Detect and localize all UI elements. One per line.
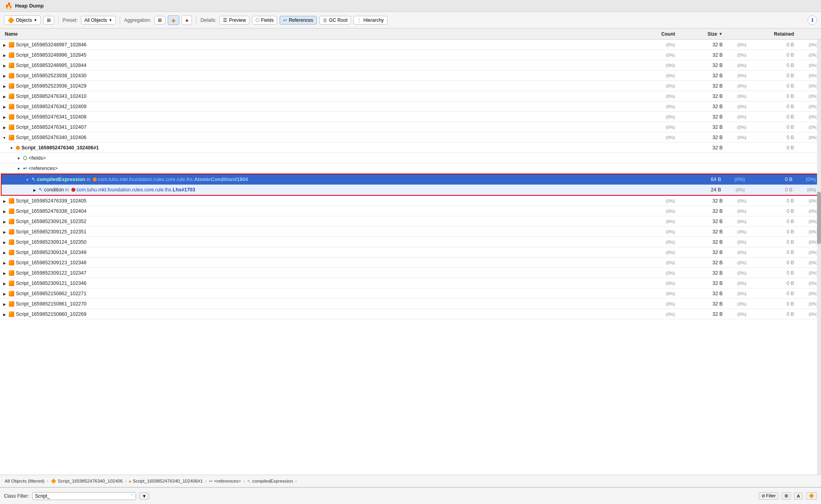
size-val: 32 B [678,104,726,109]
table-row[interactable]: Script_1659852309124_102350 (0%) 32 B (0… [0,237,821,247]
count-val: (0%) [639,83,678,89]
expand-icon[interactable] [2,124,7,130]
breadcrumb-item[interactable]: <references> [214,479,241,483]
table-row[interactable]: Script_1659852309125_102351 (0%) 32 B (0… [0,227,821,237]
expand-icon[interactable] [2,229,7,235]
expand-icon[interactable] [32,187,37,193]
expand-icon[interactable] [2,42,7,48]
row-name-text: Script_1659852150861_102270 [16,301,86,307]
expand-icon[interactable] [2,250,7,255]
row-name-text: Script_1659852150862_102271 [16,291,86,296]
expand-icon[interactable] [2,94,7,99]
grid-view-button[interactable]: ⊞ [782,492,791,500]
size-val: 32 B [678,73,726,78]
expand-icon[interactable] [2,311,7,317]
table-row[interactable]: Script_1659852476339_102405 (0%) 32 B (0… [0,196,821,206]
table-row[interactable]: Script_1659852523938_102430 (0%) 32 B (0… [0,71,821,81]
table-row[interactable]: Script_1659853248995_102844 (0%) 32 B (0… [0,60,821,71]
table-row[interactable]: Script_1659853248996_102845 (0%) 32 B (0… [0,50,821,60]
retained-val: 0 B [750,52,797,58]
table-row[interactable]: Script_1659852476341_102407 (0%) 32 B (0… [0,122,821,132]
agg-cube-button[interactable]: ◈ [168,15,179,25]
count-val: (0%) [639,270,678,276]
expand-icon[interactable] [2,73,7,78]
expand-icon[interactable] [2,104,7,109]
breadcrumb-item[interactable]: Script_1659852476340_102406 [58,479,123,483]
selected-row[interactable]: ↖ compiledExpression in com.tuhu.mkt.fou… [2,174,819,185]
expand-icon[interactable] [2,219,7,224]
retained-val: 0 B [750,63,797,68]
table-row[interactable]: Script_1659852476340_102406#1 32 B 0 B [0,143,821,153]
objects-dropdown-icon: ▼ [34,18,37,22]
cube-icon [9,198,14,204]
fields-button[interactable]: ⬡ Fields [252,16,277,25]
retained-val: 0 B [750,229,797,235]
table-row[interactable]: Script_1659852476343_102410 (0%) 32 B (0… [0,91,821,101]
objects-button[interactable]: 🔶 Objects ▼ [4,15,41,25]
table-row[interactable]: Script_1659852309123_102348 (0%) 32 B (0… [0,258,821,268]
filter-button[interactable]: ⊘ Filter [759,492,779,500]
table-row[interactable]: Script_1659852150860_102269 (0%) 32 B (0… [0,309,821,319]
table-row[interactable]: Script_1659852476338_102404 (0%) 32 B (0… [0,206,821,216]
row-name-text: Script_1659852309123_102348 [16,260,86,265]
count-val: (0%) [639,301,678,307]
expand-icon[interactable] [2,114,7,120]
expand-icon[interactable] [16,155,21,161]
table-row[interactable]: Script_1659852150861_102270 (0%) 32 B (0… [0,299,821,309]
info-button[interactable]: ℹ [808,15,817,25]
expand-icon[interactable] [2,52,7,58]
hierarchy-button[interactable]: ⋮ Hierarchy [353,16,387,25]
expand-icon[interactable] [2,198,7,204]
table-row[interactable]: Script_1659852476340_102406 (0%) 32 B (0… [0,132,821,143]
list-view-button[interactable]: ⊞ [43,16,54,25]
col-size-header[interactable]: Size ▼ [678,31,726,37]
export-button[interactable]: 🔶 [806,492,817,500]
table-row[interactable]: Script_1659852309122_102347 (0%) 32 B (0… [0,268,821,278]
gc-root-button[interactable]: 🗑 GC Root [319,16,351,25]
expand-icon[interactable] [16,166,21,171]
col-name-header[interactable]: Name [0,31,639,37]
table-row[interactable]: Script_1659852476342_102409 (0%) 32 B (0… [0,101,821,112]
scrollbar-thumb[interactable] [817,192,821,244]
table-row[interactable]: Script_1659852309124_102349 (0%) 32 B (0… [0,247,821,258]
expand-icon[interactable] [2,260,7,265]
filter-dropdown-button[interactable]: ▼ [139,493,149,500]
count-val: (0%) [639,219,678,224]
expand-icon[interactable] [2,301,7,307]
expand-icon[interactable] [2,208,7,214]
col-retained-header[interactable]: Retained [750,31,797,37]
preview-button[interactable]: ☰ Preview [219,16,249,25]
table-row[interactable]: Script_1659852523936_102429 (0%) 32 B (0… [0,81,821,91]
col-count-header[interactable]: Count [639,31,678,37]
table-row[interactable]: Script_1659852476341_102408 (0%) 32 B (0… [0,112,821,122]
table-row[interactable]: ↩ <references> [0,163,821,174]
preset-button[interactable]: All Objects ▼ [81,16,116,25]
breadcrumb-item[interactable]: All Objects (filtered) [5,479,44,483]
expand-icon[interactable] [2,291,7,296]
expand-icon[interactable] [2,281,7,286]
expand-icon[interactable] [2,83,7,89]
text-size-button[interactable]: A [794,493,803,500]
expand-icon[interactable] [2,63,7,68]
table-row[interactable]: Script_1659852150862_102271 (0%) 32 B (0… [0,288,821,299]
table-body[interactable]: Script_1659853248997_102846 (0%) 32 B (0… [0,40,821,475]
size-pct-val: (0%) [726,124,750,130]
breadcrumb-item[interactable]: compiledExpression [252,479,293,483]
scrollbar-track[interactable] [817,40,821,475]
retained-val: 0 B [750,124,797,130]
expand-icon[interactable] [2,270,7,276]
expand-icon[interactable] [2,239,7,245]
table-row[interactable]: Script_1659852309121_102346 (0%) 32 B (0… [0,278,821,288]
expand-icon[interactable] [9,145,14,151]
expand-icon[interactable] [25,177,30,182]
class-filter-input[interactable] [35,493,130,499]
table-row[interactable]: Script_1659853248997_102846 (0%) 32 B (0… [0,40,821,50]
agg-circle-button[interactable]: ● [182,15,192,25]
agg-grid-button[interactable]: ⊞ [154,16,165,25]
references-button[interactable]: ↩ References [280,16,317,25]
expand-icon[interactable] [2,135,7,140]
table-row[interactable]: Script_1659852309126_102352 (0%) 32 B (0… [0,216,821,227]
table-row[interactable]: ⬡ <fields> [0,153,821,163]
table-row[interactable]: ↖ condition in com.tuhu.mkt.foundation.r… [2,185,819,195]
breadcrumb-item[interactable]: Script_1659852476340_102406#1 [133,479,203,483]
